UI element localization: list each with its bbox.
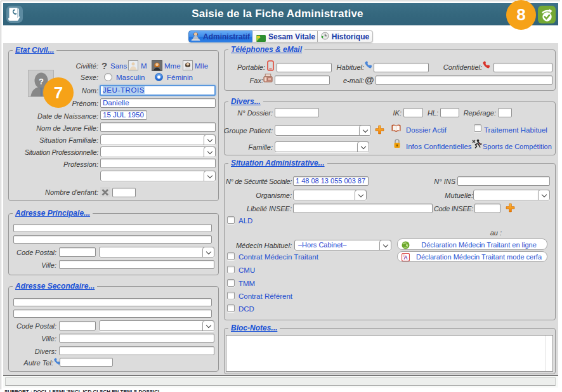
svg-text:?: ? [39,77,44,86]
